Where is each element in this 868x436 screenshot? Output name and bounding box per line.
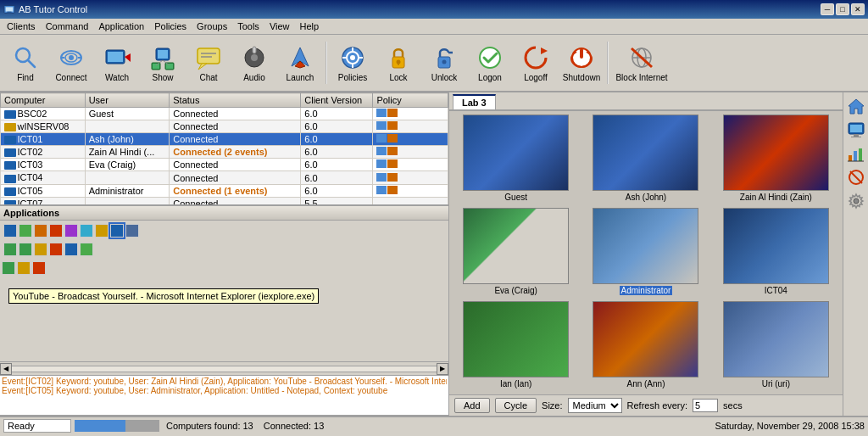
app-icon-12[interactable] [34, 243, 47, 256]
scroll-track[interactable] [12, 366, 437, 372]
menu-help[interactable]: Help [295, 20, 325, 33]
connect-label: Connect [55, 73, 86, 82]
thumbnail-cell[interactable]: Zain Al Hindi (Zain) [713, 115, 839, 204]
refresh-input[interactable] [693, 399, 718, 412]
col-user[interactable]: User [85, 93, 170, 108]
thumbnail-cell[interactable]: ICT04 [713, 208, 839, 298]
thumbnail-cell[interactable]: Eva (Craig) [453, 208, 579, 298]
block-internet-button[interactable]: Block Internet [612, 37, 671, 88]
app-icon-4[interactable] [49, 224, 63, 238]
table-row[interactable]: wINSERV08Connected6.0 [1, 120, 448, 133]
unlock-button[interactable]: Unlock [422, 37, 466, 88]
app-icon-1[interactable] [3, 224, 17, 238]
cycle-button[interactable]: Cycle [495, 398, 537, 413]
col-status[interactable]: Status [170, 93, 301, 108]
chat-icon [195, 44, 222, 71]
window-controls[interactable]: ─ □ ✕ [821, 3, 865, 15]
audio-button[interactable]: Audio [232, 37, 276, 88]
svg-line-66 [850, 171, 862, 183]
table-row[interactable]: ICT01Ash (John)Connected6.0 [1, 133, 448, 146]
menu-clients[interactable]: Clients [2, 20, 41, 33]
app-icon-14[interactable] [64, 243, 78, 256]
add-button[interactable]: Add [454, 398, 490, 413]
thumbnail-cell[interactable]: Ash (John) [582, 115, 709, 204]
app-icon-10[interactable] [3, 243, 17, 256]
svg-marker-40 [541, 48, 548, 54]
thumbnail-cell[interactable]: Ian (Ian) [453, 301, 579, 391]
find-button[interactable]: Find [3, 37, 47, 88]
scroll-right-btn[interactable]: ▶ [437, 363, 448, 375]
table-row[interactable]: ICT04Connected6.0 [1, 171, 448, 184]
table-row[interactable]: ICT03Eva (Craig)Connected6.0 [1, 159, 448, 171]
horizontal-scrollbar[interactable]: ◀ ▶ [0, 361, 449, 375]
client-list-scroll[interactable]: Computer User Status Client Version Poli… [0, 92, 448, 204]
size-select[interactable]: Small Medium Large [568, 398, 622, 413]
thumbnail-image [723, 115, 829, 191]
sidebar-chart-icon[interactable] [846, 143, 866, 164]
menu-groups[interactable]: Groups [192, 20, 232, 33]
app-icon-7[interactable] [95, 224, 108, 238]
lock-button[interactable]: Lock [376, 37, 420, 88]
close-button[interactable]: ✕ [851, 3, 865, 15]
app-icon-6[interactable] [80, 224, 93, 238]
thumbnail-cell[interactable]: Ann (Ann) [582, 301, 709, 391]
logon-button[interactable]: Logon [468, 37, 512, 88]
col-policy[interactable]: Policy [373, 93, 448, 108]
app-icon-5[interactable] [64, 224, 78, 238]
app-icon-8[interactable] [110, 224, 124, 238]
maximize-button[interactable]: □ [836, 3, 849, 15]
connect-button[interactable]: Connect [49, 37, 93, 88]
launch-button[interactable]: Launch [278, 37, 322, 88]
col-computer[interactable]: Computer [1, 93, 86, 108]
app-icon-9[interactable] [125, 224, 139, 238]
svg-rect-18 [166, 64, 173, 69]
sidebar-home-icon[interactable] [846, 96, 866, 116]
policies-button[interactable]: Policies [331, 37, 375, 88]
right-sidebar [843, 92, 868, 416]
app-icon-16[interactable] [2, 261, 15, 275]
shutdown-button[interactable]: Shutdown [559, 37, 604, 88]
col-version[interactable]: Client Version [301, 93, 373, 108]
thumbnail-cell[interactable]: Guest [453, 115, 579, 204]
minimize-button[interactable]: ─ [821, 3, 834, 15]
size-label: Size: [542, 400, 562, 411]
table-row[interactable]: ICT07Connected5.5 [1, 197, 448, 204]
logon-label: Logon [478, 73, 502, 82]
menu-policies[interactable]: Policies [149, 20, 192, 33]
menu-view[interactable]: View [264, 20, 295, 33]
app-icon-13[interactable] [49, 243, 63, 256]
svg-point-26 [251, 54, 258, 61]
app-icon-15[interactable] [80, 243, 93, 256]
lab3-tab[interactable]: Lab 3 [453, 94, 496, 109]
watch-button[interactable]: Watch [95, 37, 139, 88]
svg-point-38 [442, 59, 447, 64]
table-row[interactable]: BSC02GuestConnected6.0 [1, 108, 448, 120]
svg-rect-52 [724, 209, 827, 283]
show-button[interactable]: Show [141, 37, 185, 88]
datetime: Saturday, November 29, 2008 15:38 [715, 421, 865, 431]
menu-command[interactable]: Command [41, 20, 94, 33]
app-icon-18[interactable] [32, 261, 46, 275]
client-table: Computer User Status Client Version Poli… [0, 92, 448, 204]
sidebar-block-icon[interactable] [846, 167, 866, 187]
app-icon-3[interactable] [34, 224, 47, 238]
menu-application[interactable]: Application [93, 20, 149, 33]
thumbnail-cell[interactable]: Administrator [582, 208, 709, 298]
launch-label: Launch [287, 73, 314, 82]
app-icon-17[interactable] [17, 261, 31, 275]
menu-tools[interactable]: Tools [232, 20, 264, 33]
sidebar-monitor-icon[interactable] [846, 120, 866, 140]
scroll-left-btn[interactable]: ◀ [0, 363, 12, 375]
thumbnail-cell[interactable]: Uri (uri) [713, 301, 839, 391]
app-icons-row3 [2, 261, 447, 275]
show-icon [149, 44, 176, 71]
thumbnail-grid: GuestAsh (John)Zain Al Hindi (Zain)Eva (… [449, 111, 843, 394]
table-row[interactable]: ICT05AdministratorConnected (1 events)6.… [1, 184, 448, 197]
chat-button[interactable]: Chat [186, 37, 231, 88]
app-icon-2[interactable] [19, 224, 32, 238]
app-tooltip: YouTube - Broadcast Yourself. - Microsof… [8, 288, 319, 304]
table-row[interactable]: ICT02Zain Al Hindi (...Connected (2 even… [1, 146, 448, 159]
app-icon-11[interactable] [19, 243, 32, 256]
logoff-button[interactable]: Logoff [514, 37, 558, 88]
sidebar-settings-icon[interactable] [846, 191, 866, 211]
